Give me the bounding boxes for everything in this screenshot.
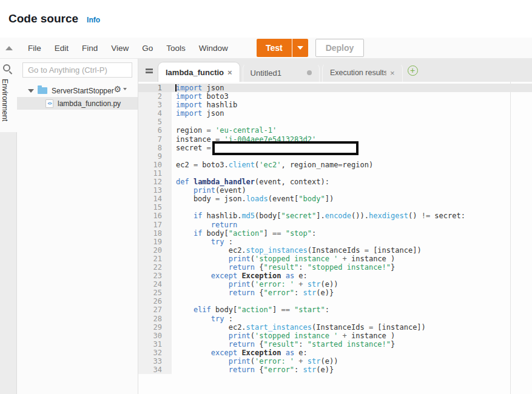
menu-item-go[interactable]: Go	[135, 40, 160, 56]
line-number: 29	[138, 323, 172, 332]
menu-item-edit[interactable]: Edit	[48, 40, 75, 56]
code-line: 3import hashlib	[138, 101, 532, 109]
close-icon[interactable]: ×	[390, 68, 395, 78]
tabs-container: lambda_function×Untitled1Execution resul…	[155, 62, 403, 82]
collapsed-panel-strip[interactable]	[0, 132, 17, 394]
code-line: 18 if body["action"] == "stop":	[138, 229, 532, 238]
add-tab-button[interactable]: +	[408, 65, 418, 76]
menu-items: FileEditFindViewGoToolsWindow	[21, 42, 235, 53]
code-line: 2import boto3	[138, 92, 532, 101]
close-icon[interactable]: ×	[227, 68, 232, 77]
code-line: 11	[138, 169, 532, 178]
search-icon	[3, 64, 10, 72]
code-line: 33 print('error: ' + str(e))	[138, 357, 532, 366]
gear-icon: ⚙	[113, 85, 121, 93]
code-line: 16 if hashlib.md5(body["secret"].encode(…	[138, 212, 532, 220]
collapse-panel-icon[interactable]	[5, 46, 13, 50]
code-line: 14 body = json.loads(event["body"])	[138, 195, 532, 203]
line-number: 10	[138, 161, 172, 169]
line-number: 31	[138, 340, 172, 349]
unsaved-dot-icon	[307, 70, 312, 75]
page-header: Code source Info	[0, 0, 532, 38]
disclosure-triangle-icon[interactable]	[28, 89, 34, 93]
code-editor-pane: lambda_function×Untitled1Execution resul…	[138, 59, 532, 394]
code-line: 13 print(event)	[138, 186, 532, 195]
code-line: 32 except Exception as e:	[138, 349, 532, 357]
line-number: 4	[138, 109, 172, 118]
code-line: 34 return {"error": str(e)}	[138, 366, 532, 374]
tab-lambda_function[interactable]: lambda_function×	[158, 62, 240, 82]
environment-tab[interactable]: Environment	[1, 79, 9, 133]
code-line: 30 print('stopped instance ' + instance …	[138, 332, 532, 340]
environment-sidebar: Environment ServerStartStopper ⚙ <> lamb…	[0, 59, 138, 394]
line-number: 3	[138, 101, 172, 109]
line-number: 27	[138, 306, 172, 314]
code-line: 4import json	[138, 109, 532, 118]
test-dropdown-button[interactable]	[292, 39, 308, 57]
tab-label: Untitled1	[251, 68, 281, 78]
code-line: 24 print('error: ' + str(e))	[138, 280, 532, 289]
tab-execution-results[interactable]: Execution results×	[322, 63, 403, 82]
line-number: 30	[138, 332, 172, 340]
line-number: 32	[138, 349, 172, 357]
tab-untitled1[interactable]: Untitled1	[243, 63, 320, 82]
line-number: 5	[138, 118, 172, 126]
code-line: 31 return {"result": "started instance!"…	[138, 340, 532, 349]
code-line: 27 elif body["action"] == "start":	[138, 306, 532, 314]
code-lines: 1import json2import boto33import hashlib…	[138, 82, 532, 374]
tree-file-row[interactable]: <> lambda_function.py	[17, 97, 138, 110]
line-number: 7	[138, 135, 172, 144]
file-tree: ServerStartStopper ⚙ <> lambda_function.…	[17, 84, 138, 110]
folder-icon	[38, 87, 47, 94]
line-number: 2	[138, 92, 172, 101]
deploy-button[interactable]: Deploy	[315, 39, 365, 57]
chevron-down-icon	[297, 46, 303, 50]
code-line: 21 print('stopped instance ' + instance …	[138, 255, 532, 263]
code-line: 10ec2 = boto3.client('ec2', region_name=…	[138, 161, 532, 169]
redaction-box	[212, 141, 359, 155]
code-line: 26	[138, 297, 532, 306]
line-number: 9	[138, 152, 172, 161]
line-number: 17	[138, 221, 172, 229]
code-line: 6region = 'eu-central-1'	[138, 126, 532, 135]
line-number: 12	[138, 178, 172, 186]
line-number: 20	[138, 246, 172, 255]
lambda-code-source-page: Code source Info FileEditFindViewGoTools…	[0, 0, 532, 394]
tree-folder-row[interactable]: ServerStartStopper ⚙	[17, 84, 138, 97]
line-number: 16	[138, 212, 172, 220]
line-number: 6	[138, 126, 172, 135]
line-number: 21	[138, 255, 172, 263]
line-number: 18	[138, 229, 172, 238]
code-file-icon: <>	[45, 99, 53, 108]
code-line: 22 return {"result": "stopped instance!"…	[138, 263, 532, 272]
code-line: 25 return {"error": str(e)}	[138, 289, 532, 297]
code-line: 15	[138, 203, 532, 212]
test-button[interactable]: Test	[257, 39, 308, 57]
code-editor[interactable]: 1import json2import boto33import hashlib…	[138, 82, 532, 394]
line-number: 28	[138, 315, 172, 323]
tab-label: lambda_function	[166, 68, 224, 77]
menu-item-find[interactable]: Find	[75, 40, 104, 56]
chevron-down-icon	[123, 88, 127, 90]
folder-name: ServerStartStopper	[52, 87, 114, 95]
menu-item-tools[interactable]: Tools	[160, 40, 192, 56]
line-number: 15	[138, 203, 172, 212]
line-number: 34	[138, 366, 172, 374]
line-number: 26	[138, 297, 172, 306]
line-number: 33	[138, 357, 172, 366]
menu-item-window[interactable]: Window	[192, 40, 235, 56]
info-link[interactable]: Info	[87, 16, 100, 24]
menu-item-view[interactable]: View	[104, 40, 135, 56]
code-line: 5	[138, 118, 532, 126]
menu-item-file[interactable]: File	[21, 40, 48, 56]
settings-menu-button[interactable]: ⚙	[113, 85, 127, 93]
line-number: 25	[138, 289, 172, 297]
file-name: lambda_function.py	[58, 99, 121, 108]
tab-list-icon[interactable]	[143, 65, 155, 75]
line-number: 23	[138, 272, 172, 280]
code-line: 12def lambda_handler(event, context):	[138, 178, 532, 186]
tab-label: Execution results	[330, 68, 386, 77]
goto-anything-input[interactable]	[22, 62, 132, 78]
code-line: 20 ec2.stop_instances(InstanceIds = [ins…	[138, 246, 532, 255]
test-button-label[interactable]: Test	[257, 39, 292, 57]
